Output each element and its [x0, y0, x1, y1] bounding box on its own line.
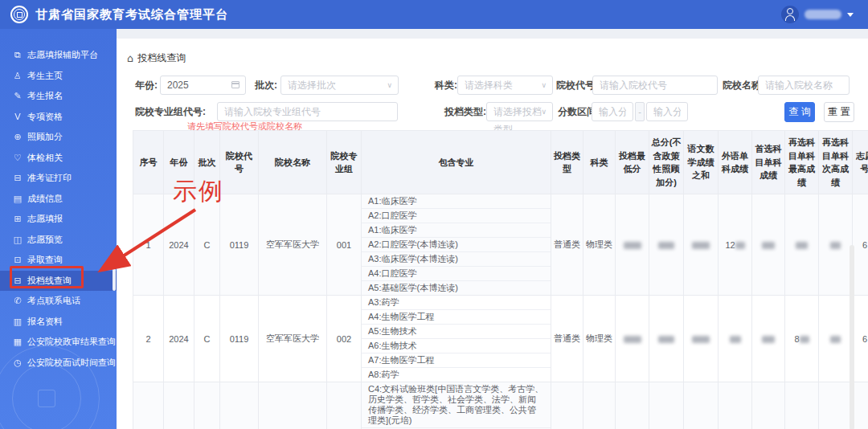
sidebar-item-1[interactable]: ♙考生主页 — [0, 66, 117, 87]
filter-label-1: 批次: — [255, 76, 277, 95]
sidebar-item-4[interactable]: ⊕照顾加分 — [0, 127, 117, 148]
wish-no-cell: 6 — [853, 296, 868, 382]
sidebar-item-label: 考点联系电话 — [27, 295, 80, 307]
column-header-4: 院校名称 — [259, 131, 327, 194]
search-button[interactable]: 查 询 — [784, 102, 815, 122]
user-avatar-icon[interactable] — [781, 6, 799, 23]
masked-value — [624, 336, 641, 343]
year-field[interactable]: 2025 — [160, 76, 246, 95]
seq-cell: 2 — [133, 296, 164, 382]
filter-input-4[interactable] — [758, 76, 850, 95]
sidebar-item-12[interactable]: ✆考点联系电话 — [0, 291, 117, 312]
filter-input-3[interactable] — [592, 76, 718, 95]
column-header-0: 序号 — [133, 131, 164, 194]
masked-value — [762, 336, 775, 343]
year-cell: 2024 — [164, 194, 194, 296]
score-cell-0 — [616, 296, 649, 382]
table-row-0: 12024C0119空军军医大学001A1:临床医学A2:口腔医学A1:临床医学… — [133, 194, 868, 296]
police-interview-icon: ◷ — [12, 358, 23, 368]
majors-cell: A1:临床医学A2:口腔医学A1:临床医学A2:口腔医学(本博连读)A3:临床医… — [362, 194, 551, 296]
user-menu[interactable] — [781, 6, 854, 23]
score-max-input[interactable] — [646, 102, 688, 121]
admission-query-icon: ⊡ — [12, 255, 23, 265]
home-icon: ⌂ — [127, 52, 133, 64]
sidebar-item-9[interactable]: ◫志愿预览 — [0, 230, 117, 251]
filter-select-2[interactable]: 请选择科类∨ — [457, 76, 553, 95]
score-cell-1 — [649, 382, 684, 429]
sidebar-item-5[interactable]: ♡体检相关 — [0, 148, 117, 169]
major-line-item: A7:生物医学工程 — [362, 353, 551, 368]
cast-type-select[interactable]: 请选择投档类型∨ — [486, 102, 553, 121]
sidebar-item-label: 专项资格 — [27, 111, 63, 123]
college-name-cell — [259, 382, 327, 429]
sidebar-item-label: 志愿填报辅助平台 — [27, 49, 98, 61]
major-line-item: A2:口腔医学(本博连读) — [362, 238, 551, 252]
medical-exam-icon: ♡ — [12, 153, 23, 163]
sidebar-item-8[interactable]: ⊞志愿填报 — [0, 209, 117, 230]
major-line-item: A5:基础医学(本博连读) — [362, 281, 551, 295]
sidebar-item-label: 录取查询 — [27, 254, 63, 266]
wish-no-cell — [853, 382, 868, 429]
score-cell-4 — [752, 296, 785, 382]
masked-value — [735, 242, 745, 249]
sidebar-item-label: 考生主页 — [27, 70, 63, 82]
score-min-input[interactable] — [592, 102, 633, 121]
major-group-cell — [327, 382, 362, 429]
range-separator: - — [635, 102, 645, 121]
major-line-item: A2:口腔医学 — [362, 209, 551, 223]
sidebar-item-label: 成绩信息 — [27, 193, 63, 205]
year-cell — [164, 382, 194, 429]
score-cell-5 — [785, 382, 819, 429]
sidebar-item-label: 报名资料 — [27, 316, 63, 328]
seq-cell: 1 — [133, 194, 164, 296]
major-line-item: A6:生物技术 — [362, 339, 551, 353]
subject-category-cell: 物理类 — [583, 194, 616, 296]
score-cell-0 — [616, 194, 649, 296]
chevron-down-icon[interactable] — [847, 13, 854, 17]
sidebar-item-label: 照顾加分 — [27, 131, 63, 143]
sidebar-item-label: 准考证打印 — [27, 172, 72, 184]
sidebar-item-2[interactable]: ✎考生报名 — [0, 86, 117, 107]
sidebar-item-0[interactable]: ⧉志愿填报辅助平台 — [0, 45, 117, 66]
column-header-11: 语文数学成绩之和 — [684, 131, 719, 194]
subject-category-cell — [583, 382, 616, 429]
year-value: 2025 — [167, 80, 189, 91]
sidebar-item-label: 志愿填报 — [27, 213, 63, 225]
column-header-6: 包含专业 — [362, 131, 551, 194]
sidebar-scrollbar[interactable] — [113, 268, 116, 291]
sidebar-item-13[interactable]: ▥报名资料 — [0, 312, 117, 333]
college-code-cell: 0119 — [220, 194, 259, 296]
table-row-1: 22024C0119空军军医大学002A3:药学A4:生物医学工程A5:生物技术… — [133, 296, 868, 382]
content-scrollbar[interactable] — [850, 245, 854, 429]
masked-value — [830, 336, 841, 343]
cast-type-cell — [551, 382, 583, 429]
masked-value — [796, 242, 808, 249]
registration-icon: ✎ — [12, 91, 23, 101]
sidebar-item-label: 体检相关 — [27, 152, 63, 164]
filter2-label-0: 院校专业组代号: — [135, 102, 206, 121]
score-cell-4 — [752, 382, 785, 429]
subject-category-cell: 物理类 — [583, 296, 616, 382]
masked-value — [658, 242, 674, 249]
materials-icon: ▥ — [12, 317, 23, 327]
column-header-13: 首选科目单科成绩 — [752, 131, 785, 194]
reset-button[interactable]: 重 置 — [824, 102, 854, 122]
column-header-10: 总分(不含政策性照顾加分) — [649, 131, 684, 194]
score-prefix: 8 — [794, 334, 799, 344]
major-group-cell: 002 — [327, 296, 362, 382]
column-header-7: 投档类型 — [551, 131, 583, 194]
sidebar-item-3[interactable]: V专项资格 — [0, 107, 117, 128]
sidebar-item-label: 考生报名 — [27, 90, 63, 102]
sidebar-item-6[interactable]: ⊟准考证打印 — [0, 168, 117, 189]
candidate-home-icon: ♙ — [12, 71, 23, 81]
table-header-row: 序号年份批次院校代号院校名称院校专业组包含专业投档类型科类投档最低分总分(不含政… — [133, 131, 868, 194]
sidebar-item-7[interactable]: ▤成绩信息 — [0, 189, 117, 210]
major-group-code-input[interactable] — [217, 102, 398, 121]
filter-select-1[interactable]: 请选择批次∨ — [280, 76, 399, 95]
table-row-2: C4:文科试验班类[中国语言文学类、考古学、历史学类、哲学类、社会学类、法学、新… — [133, 382, 868, 429]
column-header-5: 院校专业组 — [327, 131, 362, 194]
assist-platform-icon: ⧉ — [12, 50, 23, 60]
user-name-masked — [805, 10, 841, 19]
chevron-down-icon: ∨ — [541, 103, 547, 121]
results-table-wrap: 序号年份批次院校代号院校名称院校专业组包含专业投档类型科类投档最低分总分(不含政… — [133, 130, 846, 429]
